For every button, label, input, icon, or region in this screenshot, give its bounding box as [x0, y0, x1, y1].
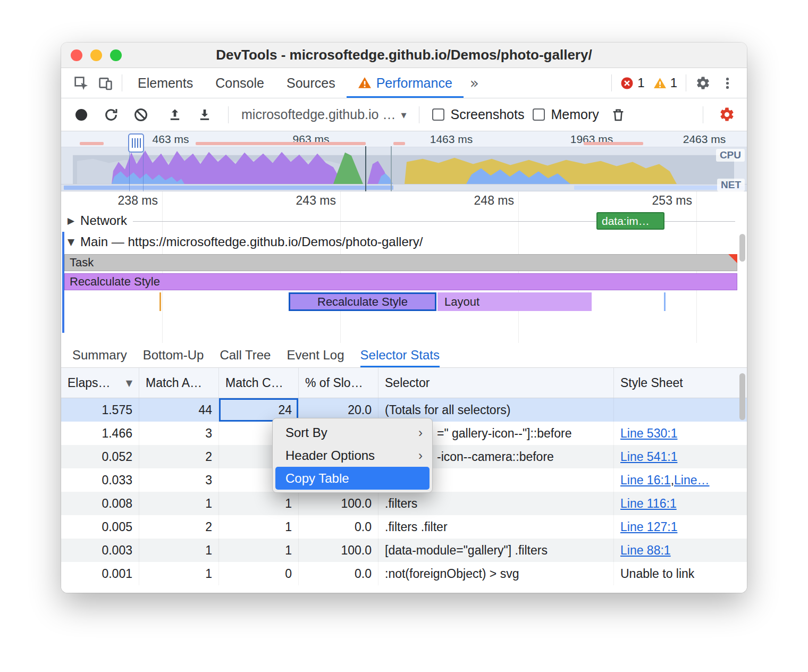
menu-item-copy-table[interactable]: Copy Table — [275, 467, 430, 490]
network-request-label: data:im… — [602, 215, 650, 228]
cpu-activity-chart[interactable] — [61, 147, 747, 184]
save-profile-button[interactable] — [194, 104, 215, 125]
cell-match-count: 0 — [219, 562, 299, 585]
timeline-scrollbar-thumb[interactable] — [739, 234, 745, 262]
cell-style-sheet: Line 116:1 — [614, 492, 747, 515]
tab-selector-stats[interactable]: Selector Stats — [360, 343, 440, 367]
chevron-right-icon: ▶ — [68, 215, 74, 226]
tab-label: Event Log — [287, 348, 344, 363]
toolbar-divider — [703, 106, 703, 123]
toolbar-divider — [122, 74, 122, 91]
header-match-count[interactable]: Match C… — [219, 368, 299, 398]
cell-style-sheet: Line 127:1 — [614, 515, 747, 539]
tab-summary[interactable]: Summary — [72, 343, 127, 367]
tab-sources[interactable]: Sources — [275, 68, 347, 98]
reload-icon — [104, 107, 119, 122]
cell-match-attempts: 3 — [139, 422, 219, 445]
error-badge[interactable]: 1 — [620, 75, 644, 90]
tab-console[interactable]: Console — [204, 68, 275, 98]
settings-button[interactable] — [691, 71, 715, 95]
clear-recording-button[interactable] — [130, 104, 152, 125]
tab-bottom-up[interactable]: Bottom-Up — [143, 343, 204, 367]
timeline-time-label: 248 ms — [449, 194, 514, 208]
cell-style-sheet: Line 88:1 — [614, 539, 747, 562]
detail-tabbar: Summary Bottom-Up Call Tree Event Log Se… — [61, 343, 747, 368]
playhead-line[interactable] — [391, 146, 392, 191]
header-slow-pct[interactable]: % of Slo… — [299, 368, 378, 398]
header-label: % of Slo… — [305, 376, 363, 390]
screenshots-toggle[interactable]: Screenshots — [432, 107, 524, 122]
event-tick[interactable] — [159, 292, 161, 311]
chevron-down-icon: ▾ — [401, 108, 406, 121]
warning-badge[interactable]: 1 — [653, 75, 677, 90]
timeline-overview[interactable]: 463 ms 963 ms 1463 ms 1963 ms 2463 ms — [61, 131, 747, 191]
toolbar-divider — [228, 106, 229, 123]
style-sheet-link[interactable]: Line 16:1 — [620, 473, 671, 488]
selection-handle[interactable] — [128, 133, 144, 153]
performance-toolbar: microsoftedge.github.io … ▾ Screenshots … — [61, 98, 747, 131]
menu-item-sort-by[interactable]: Sort By › — [275, 421, 430, 444]
tab-elements[interactable]: Elements — [127, 68, 204, 98]
device-toolbar-button[interactable] — [93, 71, 117, 95]
table-row[interactable]: 0.008 1 1 100.0 .filters Line 116:1 — [61, 492, 747, 515]
cell-slow-pct: 0.0 — [299, 562, 378, 585]
style-sheet-link[interactable]: Line 127:1 — [620, 520, 677, 534]
record-button[interactable] — [71, 104, 92, 125]
menu-item-label: Copy Table — [285, 471, 349, 486]
inspect-element-button[interactable] — [69, 71, 93, 95]
long-task-corner-icon — [728, 254, 737, 263]
recalculate-style-bar[interactable]: Recalculate Style — [64, 273, 737, 290]
network-bar — [64, 186, 393, 190]
table-row[interactable]: 0.001 1 0 0.0 :not(foreignObject) > svg … — [61, 562, 747, 585]
window-titlebar[interactable]: DevTools - microsoftedge.github.io/Demos… — [61, 43, 747, 68]
table-scrollbar-thumb[interactable] — [739, 373, 745, 420]
history-select[interactable]: microsoftedge.github.io … ▾ — [241, 107, 406, 122]
main-track-header[interactable]: ▼ Main — https://microsoftedge.github.io… — [68, 233, 423, 251]
tab-label: Bottom-Up — [143, 348, 204, 363]
memory-checkbox[interactable] — [533, 108, 545, 121]
task-event-bar[interactable]: Task — [64, 254, 737, 271]
style-sheet-link[interactable]: Line 530:1 — [620, 426, 677, 441]
table-row[interactable]: 0.003 1 1 100.0 [data-module="gallery"] … — [61, 539, 747, 562]
toolbar-divider — [419, 106, 419, 123]
cell-match-attempts: 1 — [139, 492, 219, 515]
style-sheet-link[interactable]: Line 88:1 — [620, 543, 671, 558]
screenshots-checkbox[interactable] — [432, 108, 444, 121]
layout-event[interactable]: Layout — [437, 292, 592, 311]
header-style-sheet[interactable]: Style Sheet — [614, 368, 747, 398]
cell-match-attempts: 3 — [139, 468, 219, 492]
tab-call-tree[interactable]: Call Tree — [220, 343, 271, 367]
style-sheet-link[interactable]: Line… — [674, 473, 709, 488]
memory-label: Memory — [551, 107, 599, 122]
event-tick[interactable] — [664, 292, 666, 311]
main-track-label: Main — https://microsoftedge.github.io/D… — [80, 234, 423, 249]
load-profile-button[interactable] — [164, 104, 186, 125]
memory-toggle[interactable]: Memory — [533, 107, 599, 122]
table-row[interactable]: 0.005 2 1 0.0 .filters .filter Line 127:… — [61, 515, 747, 539]
timeline-time-label: 253 ms — [627, 194, 692, 208]
network-request-bar[interactable]: data:im… — [596, 212, 664, 230]
history-select-value: microsoftedge.github.io … — [241, 107, 395, 122]
style-sheet-link[interactable]: Line 116:1 — [620, 497, 677, 511]
header-elapsed[interactable]: Elaps… ▼ — [61, 368, 139, 398]
tab-performance[interactable]: Performance — [347, 68, 464, 98]
header-match-attempts[interactable]: Match A… — [139, 368, 219, 398]
recalculate-style-label: Recalculate Style — [70, 275, 160, 289]
capture-settings-button[interactable] — [716, 104, 737, 125]
long-task-indicator — [80, 142, 104, 145]
reload-and-record-button[interactable] — [100, 104, 122, 125]
header-selector[interactable]: Selector — [378, 368, 614, 398]
tab-event-log[interactable]: Event Log — [287, 343, 344, 367]
menu-item-header-options[interactable]: Header Options › — [275, 444, 430, 467]
playhead-line[interactable] — [365, 146, 366, 191]
style-sheet-link[interactable]: Line 541:1 — [620, 450, 677, 464]
tab-label: Performance — [376, 75, 452, 91]
cell-selector: [data-module="gallery"] .filters — [378, 539, 614, 562]
selected-recalculate-style-event[interactable]: Recalculate Style — [289, 292, 436, 311]
menu-item-label: Header Options — [285, 448, 375, 463]
timeline-detail[interactable]: 238 ms 243 ms 248 ms 253 ms ▶ Network da… — [61, 191, 747, 343]
collect-garbage-button[interactable] — [608, 104, 629, 125]
more-tabs-button[interactable]: » — [464, 68, 485, 98]
customize-devtools-button[interactable] — [715, 71, 739, 95]
header-label: Match A… — [146, 376, 202, 390]
